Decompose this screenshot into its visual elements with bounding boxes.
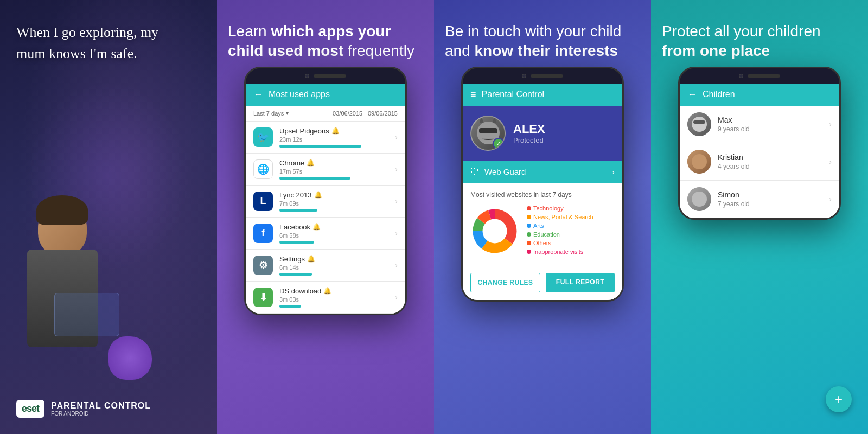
panel4-heading-bold: from one place <box>662 42 770 59</box>
child-list-item[interactable]: Kristian 4 years old › <box>680 143 839 181</box>
app-info: Upset Pidgeons 🔔 23m 12s <box>279 127 388 148</box>
app-screen-4: ← Children Max 9 years old › Kristian 4 … <box>680 84 839 218</box>
app-icon: 🐦 <box>253 127 273 147</box>
webguard-title: Web Guard <box>484 167 526 176</box>
date-range: 03/06/2015 - 09/06/2015 <box>333 110 398 117</box>
pc-webguard[interactable]: 🛡 Web Guard › <box>463 161 622 183</box>
svg-point-6 <box>484 220 506 242</box>
pc-profile-status: Protected <box>513 136 545 144</box>
child-list-item[interactable]: Simon 7 years old › <box>680 181 839 218</box>
most-used-title: Most used apps <box>269 90 330 99</box>
pc-stats-content: Technology News, Portal & Search Arts Ed… <box>470 205 615 257</box>
legend-item: Arts <box>527 222 615 229</box>
app-name: Lync 2013 🔔 <box>279 191 388 199</box>
add-child-button[interactable]: + <box>826 386 852 412</box>
app-list: 🐦 Upset Pidgeons 🔔 23m 12s › 🌐 Chrome 🔔 … <box>246 122 405 314</box>
panel-2: Learn which apps your child used most fr… <box>217 0 434 434</box>
children-toolbar: ← Children <box>680 84 839 106</box>
app-icon: f <box>253 224 273 243</box>
app-icon: ⬇ <box>253 288 273 307</box>
child-list-item[interactable]: Max 9 years old › <box>680 106 839 143</box>
app-name: DS download 🔔 <box>279 287 388 295</box>
child-name: Kristian <box>718 153 750 162</box>
app-screen-2: ← Most used apps Last 7 days ▾ 03/06/201… <box>246 84 405 314</box>
menu-icon[interactable]: ≡ <box>470 89 476 100</box>
app-name: Settings 🔔 <box>279 255 388 263</box>
child-age: 9 years old <box>718 125 750 133</box>
phone-3: ≡ Parental Control <box>461 67 624 302</box>
legend-label: Arts <box>533 222 544 229</box>
change-rules-button[interactable]: CHANGE RULES <box>470 273 540 292</box>
most-used-toolbar: ← Most used apps <box>246 84 405 106</box>
app-chevron: › <box>395 197 398 206</box>
app-chevron: › <box>395 261 398 270</box>
pc-legend: Technology News, Portal & Search Arts Ed… <box>527 205 615 257</box>
eset-brand-subtitle: FOR ANDROID <box>51 411 151 417</box>
children-title: Children <box>703 90 735 99</box>
child-chevron: › <box>829 195 832 203</box>
app-icon: 🌐 <box>253 159 273 179</box>
app-chevron: › <box>395 133 398 142</box>
app-chevron: › <box>395 293 398 302</box>
app-usage-bar <box>279 305 301 308</box>
app-duration: 3m 03s <box>279 296 388 303</box>
children-list: Max 9 years old › Kristian 4 years old ›… <box>680 106 839 218</box>
app-list-item[interactable]: L Lync 2013 🔔 7m 09s › <box>246 186 405 218</box>
legend-label: Others <box>533 240 551 246</box>
app-info: Settings 🔔 6m 14s <box>279 255 388 276</box>
eset-logo: eset PARENTAL CONTROL FOR ANDROID <box>16 400 201 418</box>
eset-badge-text: eset <box>22 403 39 414</box>
child-info: Kristian 4 years old <box>718 153 750 170</box>
app-duration: 6m 14s <box>279 264 388 271</box>
app-info: Chrome 🔔 17m 57s <box>279 159 388 180</box>
filter-label[interactable]: Last 7 days ▾ <box>253 110 289 117</box>
panel1-heading: When I go exploring, my mum knows I'm sa… <box>16 22 190 64</box>
legend-label: Education <box>533 231 560 238</box>
child-avatar <box>687 187 711 211</box>
app-usage-bar <box>279 145 361 148</box>
app-usage-bar <box>279 209 317 212</box>
legend-item: Technology <box>527 205 615 212</box>
child-avatar <box>687 150 711 174</box>
legend-label: News, Portal & Search <box>533 214 593 220</box>
legend-label: Technology <box>533 205 564 212</box>
child-info: Max 9 years old <box>718 116 750 133</box>
notify-icon: 🔔 <box>323 287 331 295</box>
back-icon-4[interactable]: ← <box>687 89 697 100</box>
notify-icon: 🔔 <box>314 191 322 199</box>
app-list-item[interactable]: 🌐 Chrome 🔔 17m 57s › <box>246 154 405 186</box>
panel3-heading: Be in touch with your child and know the… <box>445 22 640 61</box>
pc-toolbar: ≡ Parental Control <box>463 84 622 106</box>
phone-speaker-2 <box>314 74 346 78</box>
full-report-button[interactable]: FULL REPORT <box>546 273 615 292</box>
protected-badge: ✓ <box>493 138 505 150</box>
pc-profile: ✓ ALEX Protected <box>463 106 622 161</box>
app-duration: 6m 58s <box>279 232 388 239</box>
app-list-item[interactable]: ⚙ Settings 🔔 6m 14s › <box>246 250 405 282</box>
app-chevron: › <box>395 229 398 238</box>
child-age: 7 years old <box>718 200 750 208</box>
pc-buttons: CHANGE RULES FULL REPORT <box>463 265 622 300</box>
app-list-item[interactable]: 🐦 Upset Pidgeons 🔔 23m 12s › <box>246 122 405 154</box>
pc-stats-title: Most visited websites in last 7 days <box>470 191 615 199</box>
legend-dot <box>527 250 531 254</box>
app-usage-bar <box>279 273 312 276</box>
app-name: Facebook 🔔 <box>279 223 388 231</box>
phone-2: ← Most used apps Last 7 days ▾ 03/06/201… <box>244 67 407 315</box>
app-list-item[interactable]: ⬇ DS download 🔔 3m 03s › <box>246 282 405 314</box>
child-chevron: › <box>829 157 832 166</box>
webguard-chevron: › <box>612 168 615 176</box>
app-list-item[interactable]: f Facebook 🔔 6m 58s › <box>246 218 405 250</box>
phone-4: ← Children Max 9 years old › Kristian 4 … <box>678 67 841 220</box>
legend-item: News, Portal & Search <box>527 214 615 220</box>
app-duration: 17m 57s <box>279 168 388 175</box>
phone-camera-3 <box>522 74 526 78</box>
legend-item: Inappropriate visits <box>527 248 615 255</box>
eset-brand: PARENTAL CONTROL FOR ANDROID <box>51 401 151 417</box>
panel4-heading: Protect all your children from one place <box>662 22 857 61</box>
legend-dot <box>527 232 531 237</box>
child-name: Max <box>718 116 750 124</box>
dropdown-icon: ▾ <box>286 110 289 116</box>
panel-1: When I go exploring, my mum knows I'm sa… <box>0 0 217 434</box>
back-icon-2[interactable]: ← <box>253 89 263 100</box>
